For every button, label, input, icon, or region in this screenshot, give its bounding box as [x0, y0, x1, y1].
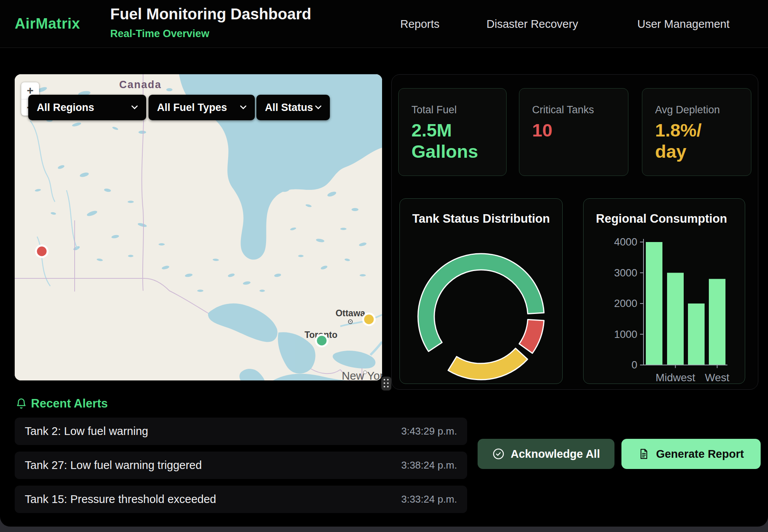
- nav-user-management[interactable]: User Management: [637, 18, 730, 31]
- svg-text:1000: 1000: [614, 329, 637, 340]
- alert-text: Tank 27: Low fuel warning triggered: [25, 459, 202, 472]
- fuel-type-filter-select[interactable]: All Fuel Types: [148, 95, 255, 120]
- alert-row[interactable]: Tank 2: Low fuel warning 3:43:29 p.m.: [15, 418, 467, 445]
- stat-card-critical-tanks: Critical Tanks 10: [519, 88, 628, 176]
- generate-report-label: Generate Report: [656, 448, 744, 460]
- stat-card-total-fuel: Total Fuel 2.5MGallons: [398, 88, 507, 176]
- alert-text: Tank 15: Pressure threshold exceeded: [25, 493, 216, 506]
- drag-handle-icon[interactable]: [381, 377, 391, 390]
- page-subtitle: Real-Time Overview: [110, 28, 209, 40]
- chevron-down-icon: [315, 106, 321, 109]
- tank-marker-normal[interactable]: [316, 335, 328, 346]
- tank-status-donut-chart: [400, 199, 563, 384]
- label-new-york: New York: [342, 370, 382, 380]
- label-ottawa: Ottawa: [336, 308, 365, 318]
- map-canvas[interactable]: Canada Ottawa Toronto New York + − All R…: [15, 74, 382, 380]
- document-icon: [638, 448, 650, 460]
- stat-value: 1.8%/day: [655, 119, 701, 162]
- bell-icon: [15, 397, 27, 410]
- bar-chart-title: Regional Consumption: [596, 212, 727, 226]
- acknowledge-all-label: Acknowledge All: [511, 448, 600, 460]
- svg-text:3000: 3000: [614, 267, 637, 279]
- ottawa-town-dot: [350, 321, 351, 322]
- donut-chart-title: Tank Status Distribution: [412, 212, 550, 226]
- svg-text:West: West: [705, 372, 729, 384]
- svg-text:2000: 2000: [614, 298, 637, 309]
- status-filter-value: All Status: [265, 102, 313, 114]
- stat-value: 10: [532, 119, 552, 141]
- alerts-heading: Recent Alerts: [31, 397, 108, 411]
- nav-reports[interactable]: Reports: [400, 18, 440, 31]
- tank-marker-warning[interactable]: [363, 314, 375, 325]
- brand-logo: AirMatrix: [15, 15, 80, 32]
- alert-text: Tank 2: Low fuel warning: [25, 425, 148, 438]
- alert-timestamp: 3:43:29 p.m.: [401, 425, 457, 437]
- region-filter-value: All Regions: [37, 102, 94, 114]
- window-bottom-strip: [0, 527, 768, 532]
- label-canada: Canada: [119, 79, 162, 90]
- status-filter-select[interactable]: All Status: [256, 95, 330, 120]
- regional-consumption-bar-chart: 01000200030004000MidwestWest: [584, 199, 746, 384]
- dashboard-root: AirMatrix Fuel Monitoring Dashboard Real…: [0, 0, 768, 532]
- alert-timestamp: 3:33:24 p.m.: [401, 493, 457, 505]
- regional-consumption-chart-card: Regional Consumption 01000200030004000Mi…: [583, 198, 745, 384]
- page-title: Fuel Monitoring Dashboard: [110, 5, 311, 23]
- stat-label: Avg Depletion: [655, 104, 720, 116]
- stat-card-avg-depletion: Avg Depletion 1.8%/day: [642, 88, 751, 176]
- svg-text:4000: 4000: [614, 236, 637, 248]
- tank-marker-critical[interactable]: [36, 246, 48, 257]
- check-circle-icon: [492, 448, 505, 460]
- header-bar: AirMatrix Fuel Monitoring Dashboard Real…: [0, 0, 768, 48]
- acknowledge-all-button[interactable]: Acknowledge All: [478, 439, 614, 469]
- app-window: AirMatrix Fuel Monitoring Dashboard Real…: [0, 0, 768, 527]
- region-filter-select[interactable]: All Regions: [28, 95, 146, 120]
- alert-timestamp: 3:38:24 p.m.: [401, 459, 457, 471]
- chevron-down-icon: [240, 106, 246, 109]
- stat-value: 2.5MGallons: [411, 119, 478, 162]
- svg-text:0: 0: [631, 359, 637, 371]
- stat-label: Critical Tanks: [532, 104, 594, 116]
- svg-text:Midwest: Midwest: [655, 372, 695, 384]
- alert-row[interactable]: Tank 15: Pressure threshold exceeded 3:3…: [15, 486, 467, 513]
- fuel-type-filter-value: All Fuel Types: [157, 102, 227, 114]
- alert-row[interactable]: Tank 27: Low fuel warning triggered 3:38…: [15, 452, 467, 479]
- chevron-down-icon: [131, 106, 138, 109]
- stat-label: Total Fuel: [411, 104, 457, 116]
- tank-status-chart-card: Tank Status Distribution: [399, 198, 563, 384]
- generate-report-button[interactable]: Generate Report: [621, 439, 761, 469]
- nav-disaster-recovery[interactable]: Disaster Recovery: [486, 18, 578, 31]
